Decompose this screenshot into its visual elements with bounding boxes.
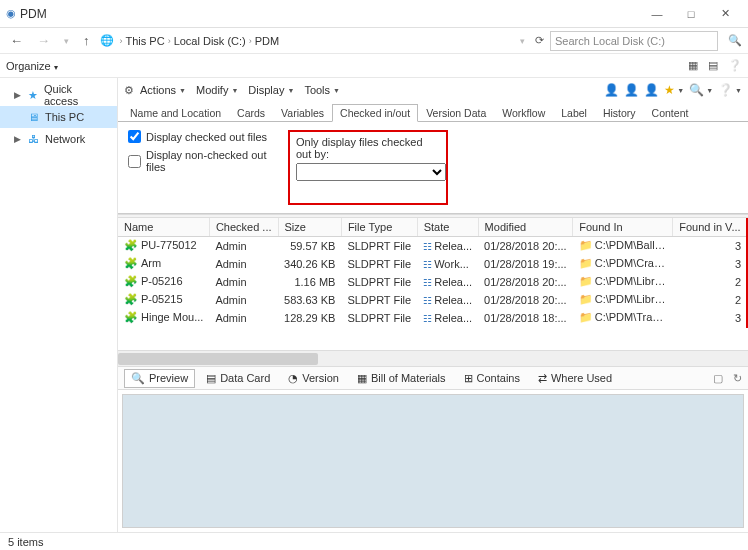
col-name[interactable]: Name: [118, 218, 209, 237]
display-checked-out-checkbox[interactable]: Display checked out files: [128, 130, 268, 143]
tab-history[interactable]: History: [595, 104, 644, 122]
tab-checked-in-out[interactable]: Checked in/out: [332, 104, 418, 122]
sidebar-item-network[interactable]: ▶ 🖧 Network: [0, 128, 117, 150]
folder-icon: 📁: [579, 293, 593, 305]
tab-data-card[interactable]: ▤Data Card: [199, 369, 277, 388]
filter-dropdown-label: Only display files checked out by:: [296, 136, 440, 160]
col-found-in-v[interactable]: Found in V...: [673, 218, 747, 237]
search-tabs: Name and Location Cards Variables Checke…: [118, 102, 748, 122]
tab-version[interactable]: ◔Version: [281, 369, 346, 388]
forward-button[interactable]: →: [33, 33, 54, 48]
state-icon: ☷: [423, 241, 432, 252]
table-row[interactable]: 🧩P-05215Admin583.63 KBSLDPRT File☷Relea.…: [118, 291, 748, 309]
contains-icon: ⊞: [464, 372, 473, 385]
user1-icon[interactable]: 👤: [604, 83, 619, 97]
up-button[interactable]: ↑: [79, 33, 94, 48]
tab-where-used[interactable]: ⇄Where Used: [531, 369, 619, 388]
table-row[interactable]: 🧩ArmAdmin340.26 KBSLDPRT File☷Work...01/…: [118, 255, 748, 273]
preview-panel: [122, 394, 744, 528]
refresh-icon[interactable]: ⟳: [535, 34, 544, 47]
panel-icon-1[interactable]: ▢: [713, 372, 723, 385]
version-icon: ◔: [288, 372, 298, 385]
results-grid[interactable]: Name Checked ... Size File Type State Mo…: [118, 218, 748, 350]
file-icon: 🧩: [124, 257, 138, 269]
pc-icon: 🖥: [28, 111, 39, 123]
expand-icon[interactable]: ▶: [14, 90, 22, 100]
filter-pane: Display checked out files Display non-ch…: [118, 122, 748, 214]
network-icon: 🖧: [28, 133, 39, 145]
state-icon: ☷: [423, 277, 432, 288]
user3-icon[interactable]: 👤: [644, 83, 659, 97]
tools-menu[interactable]: Tools▼: [300, 84, 344, 96]
folder-icon: 📁: [579, 257, 593, 269]
breadcrumb-item[interactable]: Local Disk (C:): [174, 35, 246, 47]
file-icon: 🧩: [124, 311, 138, 323]
sidebar-item-label: Quick access: [44, 83, 109, 107]
help-icon[interactable]: ❔: [728, 59, 742, 72]
sidebar-item-this-pc[interactable]: 🖥 This PC: [0, 106, 117, 128]
breadcrumb-item[interactable]: This PC: [126, 35, 165, 47]
actions-menu[interactable]: Actions▼: [136, 84, 190, 96]
col-size[interactable]: Size: [278, 218, 341, 237]
user2-icon[interactable]: 👤: [624, 83, 639, 97]
sidebar-item-label: This PC: [45, 111, 84, 123]
display-menu[interactable]: Display▼: [244, 84, 298, 96]
checked-out-by-select[interactable]: [296, 163, 446, 181]
where-used-icon: ⇄: [538, 372, 547, 385]
search-icon[interactable]: 🔍: [728, 34, 742, 47]
table-row[interactable]: 🧩P-05216Admin1.16 MBSLDPRT File☷Relea...…: [118, 273, 748, 291]
tab-bom[interactable]: ▦Bill of Materials: [350, 369, 453, 388]
globe-icon: 🌐: [100, 34, 114, 47]
minimize-button[interactable]: —: [640, 4, 674, 24]
sidebar-item-label: Network: [45, 133, 85, 145]
help-tool-icon[interactable]: ❔: [718, 83, 733, 97]
breadcrumb[interactable]: › This PC › Local Disk (C:) › PDM: [120, 35, 280, 47]
col-found-in[interactable]: Found In: [573, 218, 673, 237]
tab-version-data[interactable]: Version Data: [418, 104, 494, 122]
app-icon: ◉: [6, 7, 16, 20]
col-modified[interactable]: Modified: [478, 218, 573, 237]
col-checked[interactable]: Checked ...: [209, 218, 278, 237]
tab-label[interactable]: Label: [553, 104, 595, 122]
search-placeholder: Search Local Disk (C:): [555, 35, 665, 47]
sidebar-item-quick-access[interactable]: ▶ ★ Quick access: [0, 84, 117, 106]
organize-menu[interactable]: Organize ▾: [6, 60, 58, 72]
folder-icon: 📁: [579, 275, 593, 287]
tab-workflow[interactable]: Workflow: [494, 104, 553, 122]
tab-contains[interactable]: ⊞Contains: [457, 369, 527, 388]
details-icon[interactable]: ▤: [708, 59, 718, 72]
folder-icon: 📁: [579, 239, 593, 251]
preview-icon: 🔍: [131, 372, 145, 385]
tab-preview[interactable]: 🔍Preview: [124, 369, 195, 388]
close-button[interactable]: ✕: [708, 4, 742, 24]
horizontal-scrollbar[interactable]: [118, 350, 748, 366]
tab-content[interactable]: Content: [644, 104, 697, 122]
search-tool-icon[interactable]: 🔍: [689, 83, 704, 97]
tab-variables[interactable]: Variables: [273, 104, 332, 122]
col-state[interactable]: State: [417, 218, 478, 237]
recent-dropdown[interactable]: ▾: [60, 36, 73, 46]
file-icon: 🧩: [124, 275, 138, 287]
status-items: 5 items: [8, 536, 43, 548]
breadcrumb-item[interactable]: PDM: [255, 35, 279, 47]
col-filetype[interactable]: File Type: [341, 218, 417, 237]
state-icon: ☷: [423, 295, 432, 306]
table-row[interactable]: 🧩PU-775012Admin59.57 KBSLDPRT File☷Relea…: [118, 237, 748, 255]
search-input[interactable]: Search Local Disk (C:): [550, 31, 718, 51]
maximize-button[interactable]: □: [674, 4, 708, 24]
tab-cards[interactable]: Cards: [229, 104, 273, 122]
bom-icon: ▦: [357, 372, 367, 385]
gear-icon: ⚙: [124, 84, 134, 97]
tab-name-location[interactable]: Name and Location: [122, 104, 229, 122]
panel-icon-2[interactable]: ↻: [733, 372, 742, 385]
display-non-checked-out-checkbox[interactable]: Display non-checked out files: [128, 149, 268, 173]
file-icon: 🧩: [124, 239, 138, 251]
favorite-icon[interactable]: ★: [664, 83, 675, 97]
star-icon: ★: [28, 89, 38, 102]
modify-menu[interactable]: Modify▼: [192, 84, 242, 96]
back-button[interactable]: ←: [6, 33, 27, 48]
table-row[interactable]: 🧩Hinge Mou...Admin128.29 KBSLDPRT File☷R…: [118, 309, 748, 327]
expand-icon[interactable]: ▶: [14, 134, 22, 144]
view-icon[interactable]: ▦: [688, 59, 698, 72]
refresh-button[interactable]: ▾: [516, 36, 529, 46]
